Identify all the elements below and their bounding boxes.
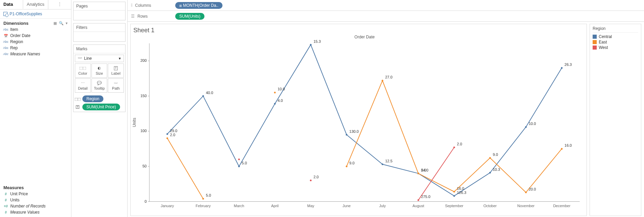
field-label: Item — [10, 27, 18, 32]
number-type-icon: # — [3, 210, 8, 215]
measures-header: Measures — [0, 183, 71, 191]
datasource-item[interactable]: P1-OfficeSupplies — [0, 10, 71, 19]
legend-item-central[interactable]: Central — [593, 34, 638, 39]
marks-size-button[interactable]: ◐Size — [92, 64, 108, 78]
svg-point-46 — [525, 126, 527, 128]
svg-point-54 — [346, 165, 347, 167]
marks-pill-region[interactable]: Region — [82, 95, 103, 102]
field-region[interactable]: AbcRegion — [3, 39, 68, 45]
legend-label: Central — [599, 34, 612, 39]
tab-data[interactable]: Data — [0, 0, 23, 9]
svg-point-34 — [310, 44, 312, 46]
svg-point-70 — [417, 199, 419, 201]
label-icon: 🅃 — [75, 105, 80, 109]
svg-text:March: March — [234, 204, 244, 208]
text-type-icon: Abc — [3, 46, 8, 50]
datasource-label: P1-OfficeSupplies — [10, 12, 42, 16]
tab-menu-icon[interactable]: ⋮ — [48, 0, 71, 9]
text-type-icon: Abc — [3, 39, 8, 44]
middle-pane: Pages Filters Marks 〰 Line ▾ ⬚⬚Color ◐Si… — [71, 0, 128, 217]
marks-path-button[interactable]: 〰Path — [108, 78, 124, 93]
sheet-title[interactable]: Sheet 1 — [133, 27, 154, 34]
rows-pill-sum-units[interactable]: SUM(Units) — [175, 13, 204, 20]
svg-text:February: February — [196, 204, 211, 208]
field-number-of-records[interactable]: =#Number of Records — [3, 203, 68, 209]
field-unit-price[interactable]: #Unit Price — [3, 191, 68, 197]
svg-text:130.0: 130.0 — [349, 129, 359, 133]
tab-analytics[interactable]: Analytics — [23, 0, 48, 9]
legend-item-west[interactable]: West — [593, 45, 638, 50]
svg-text:20.0: 20.0 — [529, 187, 536, 191]
field-units[interactable]: #Units — [3, 197, 68, 203]
swatch-icon — [593, 35, 597, 39]
view-mode-icon[interactable]: ▦ — [53, 21, 57, 25]
dimensions-title: Dimensions — [3, 21, 29, 26]
svg-text:16.0: 16.0 — [564, 143, 572, 147]
svg-text:12.5: 12.5 — [385, 159, 392, 163]
columns-shelf[interactable]: ⦙⦙ Columns ⊞MONTH(Order Da.. — [128, 0, 644, 11]
svg-text:2.0: 2.0 — [170, 133, 175, 137]
svg-text:29.0: 29.0 — [170, 129, 177, 133]
tooltip-icon: 💬 — [97, 81, 102, 85]
svg-point-64 — [525, 192, 527, 193]
svg-point-28 — [202, 95, 204, 97]
pages-shelf[interactable]: Pages — [73, 2, 126, 20]
mark-type-dropdown[interactable]: 〰 Line ▾ — [75, 55, 124, 62]
svg-point-50 — [166, 138, 168, 139]
svg-text:200: 200 — [141, 58, 147, 62]
pages-title: Pages — [73, 2, 125, 11]
rows-shelf[interactable]: ☰ Rows SUM(Units) — [128, 11, 644, 22]
number-type-icon: # — [3, 198, 8, 202]
svg-text:August: August — [413, 204, 424, 208]
svg-point-60 — [453, 191, 455, 193]
marks-detail-button[interactable]: ⋯Detail — [75, 78, 91, 93]
legend-title: Region — [593, 25, 638, 33]
chevron-down-icon[interactable]: ▾ — [66, 21, 68, 25]
main-pane: ⦙⦙ Columns ⊞MONTH(Order Da.. ☰ Rows SUM(… — [128, 0, 644, 217]
rows-icon: ☰ — [131, 14, 135, 19]
field-label: Number of Records — [10, 204, 46, 209]
svg-text:June: June — [343, 204, 351, 208]
columns-label: Columns — [135, 3, 151, 8]
marks-pill-sum-unitprice[interactable]: SUM(Unit Price) — [82, 104, 120, 110]
data-analytics-tabs: Data Analytics ⋮ — [0, 0, 71, 10]
svg-text:10.0: 10.0 — [278, 87, 285, 91]
measures-title: Measures — [3, 185, 24, 190]
search-icon[interactable]: 🔍 — [59, 21, 64, 25]
svg-text:26.3: 26.3 — [564, 62, 572, 67]
legend-label: East — [599, 40, 607, 44]
datasource-icon — [3, 12, 7, 16]
marks-card: Marks 〰 Line ▾ ⬚⬚Color ◐Size 🅃Label ⋯Det… — [73, 44, 126, 112]
field-measure-names[interactable]: AbcMeasure Names — [3, 51, 68, 57]
filters-shelf[interactable]: Filters — [73, 23, 126, 42]
svg-text:May: May — [307, 204, 314, 208]
date-type-icon: 📅 — [3, 33, 8, 38]
svg-point-44 — [489, 172, 491, 174]
svg-text:40.0: 40.0 — [206, 91, 213, 95]
svg-text:10.3: 10.3 — [493, 167, 500, 171]
svg-point-58 — [417, 173, 419, 174]
field-measure-values[interactable]: #Measure Values — [3, 209, 68, 215]
field-order-date[interactable]: 📅Order Date — [3, 33, 68, 39]
columns-pill-month-orderdate[interactable]: ⊞MONTH(Order Da.. — [175, 2, 222, 9]
svg-point-72 — [453, 147, 455, 148]
text-type-icon: Abc — [3, 27, 8, 32]
chart: Order DateUnits050100150200JanuaryFebrua… — [131, 24, 587, 216]
svg-point-42 — [453, 195, 455, 197]
svg-text:2.0: 2.0 — [457, 142, 462, 146]
marks-label-button[interactable]: 🅃Label — [108, 64, 124, 78]
svg-point-48 — [561, 67, 563, 69]
svg-text:2.0: 2.0 — [313, 175, 318, 179]
svg-text:16.0: 16.0 — [457, 186, 464, 191]
filters-title: Filters — [73, 23, 125, 32]
rows-label: Rows — [137, 14, 148, 19]
legend-item-east[interactable]: East — [593, 39, 638, 45]
marks-color-button[interactable]: ⬚⬚Color — [75, 64, 91, 78]
svg-text:275.0: 275.0 — [421, 195, 431, 199]
svg-text:December: December — [553, 204, 571, 208]
svg-text:15.3: 15.3 — [313, 39, 320, 43]
field-item[interactable]: AbcItem — [3, 26, 68, 33]
svg-text:100: 100 — [141, 129, 147, 133]
field-rep[interactable]: AbcRep — [3, 45, 68, 51]
marks-tooltip-button[interactable]: 💬Tooltip — [92, 78, 108, 93]
